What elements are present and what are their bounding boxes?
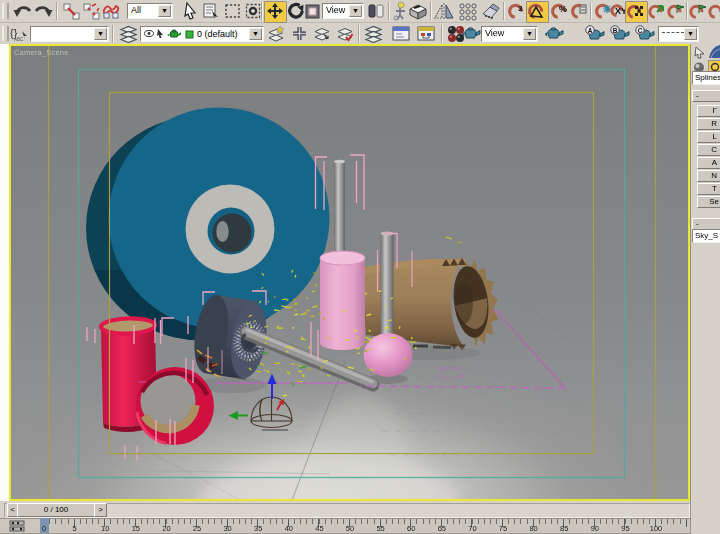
svg-text:3: 3 [518, 4, 523, 13]
svg-text:C: C [638, 27, 643, 34]
svg-text:A: A [588, 27, 593, 34]
svg-text:%: % [559, 4, 567, 14]
svg-text:ABC: ABC [14, 37, 24, 42]
svg-text:B: B [613, 27, 618, 34]
